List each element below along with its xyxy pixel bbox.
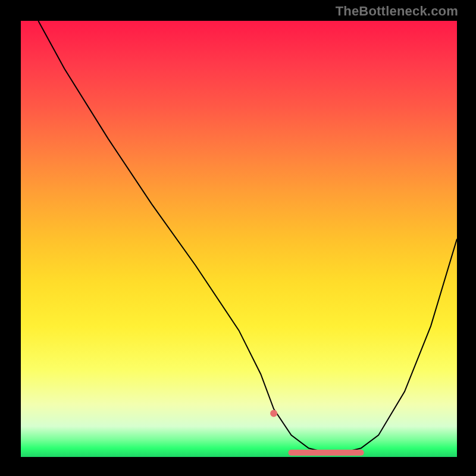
curve-line <box>38 21 457 453</box>
plot-svg <box>21 21 457 457</box>
watermark-text: TheBottleneck.com <box>336 4 458 19</box>
marker-dot <box>270 410 277 417</box>
chart-frame: TheBottleneck.com <box>0 0 476 476</box>
plot-area <box>21 21 457 457</box>
